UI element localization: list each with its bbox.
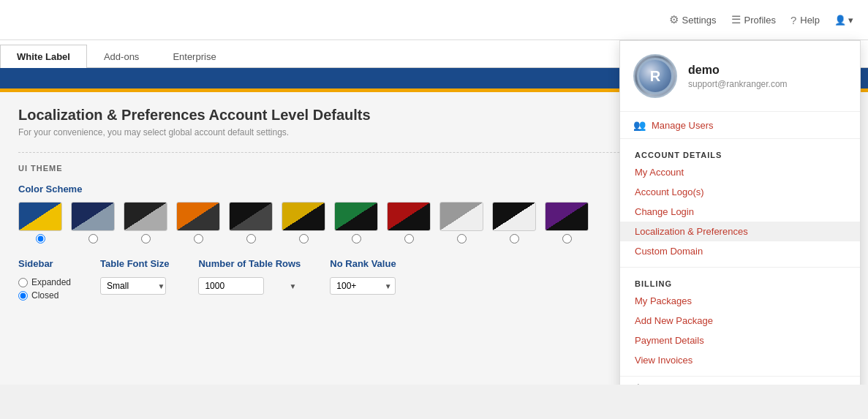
swatch-item-navy-gray	[71, 202, 115, 244]
swatch-item-black-white	[492, 202, 536, 244]
sidebar-control-group: Sidebar Expanded Closed	[18, 258, 71, 301]
user-dropdown-panel: R demo support@rankranger.com 👥 Manage U…	[619, 40, 861, 385]
swatch-item-gray-white	[439, 202, 483, 244]
my-account-link[interactable]: My Account	[620, 162, 860, 182]
avatar-letter: R	[650, 68, 660, 85]
swatch-radio-black-white[interactable]	[510, 234, 519, 244]
table-font-size-select-wrap: Small Medium Large ▼	[100, 277, 169, 295]
swatch-orange-black[interactable]	[176, 202, 220, 231]
my-packages-link[interactable]: My Packages	[620, 291, 860, 311]
swatch-radio-navy-gray[interactable]	[88, 234, 98, 244]
account-details-section: ACCOUNT DETAILS My Account Account Logo(…	[620, 139, 860, 268]
localization-preferences-link[interactable]: Localization & Preferences	[620, 222, 860, 241]
swatch-radio-blue-yellow[interactable]	[36, 234, 45, 244]
swatch-radio-black-gray[interactable]	[141, 234, 151, 244]
swatch-item-black-gray	[124, 202, 167, 244]
tab-enterprise[interactable]: Enterprise	[156, 45, 233, 68]
sign-out-item[interactable]: ⏻ Sign out	[620, 377, 860, 385]
swatch-blue-yellow[interactable]	[18, 202, 62, 231]
billing-section: BILLING My Packages Add New Package Paym…	[620, 268, 860, 377]
swatch-gray-white[interactable]	[439, 202, 483, 231]
add-new-package-link[interactable]: Add New Package	[620, 311, 860, 331]
dropdown-header: R demo support@rankranger.com	[620, 41, 860, 112]
billing-title: BILLING	[620, 273, 860, 291]
swatch-radio-green-black[interactable]	[352, 234, 361, 244]
tab-addons[interactable]: Add-ons	[87, 45, 156, 68]
num-table-rows-control-group: Number of Table Rows 100 500 1000 2000 ▼	[198, 258, 301, 295]
swatch-purple-black[interactable]	[545, 202, 589, 231]
swatch-item-red-black	[387, 202, 431, 244]
sidebar-radio-group: Expanded Closed	[18, 277, 71, 301]
profiles-icon: ☰	[731, 13, 741, 26]
user-email: support@rankranger.com	[688, 79, 788, 89]
swatch-radio-black-black[interactable]	[246, 234, 256, 244]
profiles-label: Profiles	[744, 15, 776, 26]
sidebar-label: Sidebar	[18, 258, 71, 269]
num-table-rows-select-wrap: 100 500 1000 2000 ▼	[198, 277, 301, 295]
swatch-item-green-black	[334, 202, 378, 244]
table-font-size-label: Table Font Size	[100, 258, 169, 269]
num-table-rows-chevron-icon: ▼	[289, 282, 296, 290]
manage-users-label: Manage Users	[652, 120, 714, 131]
swatch-item-yellow-black	[282, 202, 325, 244]
swatch-radio-red-black[interactable]	[404, 234, 414, 244]
swatch-item-purple-black	[545, 202, 589, 244]
avatar-inner: R	[637, 58, 673, 94]
help-label: Help	[800, 15, 820, 26]
sidebar-closed-radio[interactable]	[18, 291, 28, 301]
sign-out-label: Sign out	[649, 384, 684, 385]
custom-domain-link[interactable]: Custom Domain	[620, 241, 860, 261]
manage-users-icon: 👥	[633, 119, 646, 131]
settings-nav-item[interactable]: ⚙ Settings	[669, 13, 717, 26]
help-nav-item[interactable]: ? Help	[790, 14, 820, 26]
avatar: R	[633, 54, 677, 98]
swatch-item-black-black	[229, 202, 273, 244]
user-info: demo support@rankranger.com	[688, 64, 788, 89]
tab-white-label[interactable]: White Label	[0, 45, 87, 68]
sidebar-closed-label: Closed	[31, 290, 59, 301]
swatch-yellow-black[interactable]	[282, 202, 325, 231]
view-invoices-link[interactable]: View Invoices	[620, 350, 860, 370]
user-menu-button[interactable]: 👤 ▾	[834, 15, 853, 26]
no-rank-value-select-wrap: 100+ 200+ None ▼	[330, 277, 396, 295]
swatch-radio-orange-black[interactable]	[194, 234, 203, 244]
profiles-nav-item[interactable]: ☰ Profiles	[731, 13, 776, 26]
swatch-item-orange-black	[176, 202, 220, 244]
table-font-size-select[interactable]: Small Medium Large	[100, 277, 166, 295]
sidebar-expanded-radio[interactable]	[18, 278, 28, 287]
change-login-link[interactable]: Change Login	[620, 202, 860, 222]
swatch-red-black[interactable]	[387, 202, 431, 231]
swatch-black-black[interactable]	[229, 202, 273, 231]
sidebar-expanded-option[interactable]: Expanded	[18, 277, 71, 287]
table-font-size-control-group: Table Font Size Small Medium Large ▼	[100, 258, 169, 295]
user-icon: 👤	[834, 15, 846, 26]
top-nav-actions: ⚙ Settings ☰ Profiles ? Help 👤 ▾	[669, 13, 853, 26]
help-icon: ?	[790, 14, 796, 26]
sidebar-closed-option[interactable]: Closed	[18, 290, 71, 301]
top-nav: ⚙ Settings ☰ Profiles ? Help 👤 ▾ R demo	[0, 0, 868, 40]
username: demo	[688, 64, 788, 77]
payment-details-link[interactable]: Payment Details	[620, 331, 860, 350]
swatch-radio-purple-black[interactable]	[562, 234, 572, 244]
num-table-rows-label: Number of Table Rows	[198, 258, 301, 269]
num-table-rows-select[interactable]: 100 500 1000 2000	[198, 277, 264, 295]
account-logo-link[interactable]: Account Logo(s)	[620, 182, 860, 202]
swatch-radio-yellow-black[interactable]	[299, 234, 309, 244]
manage-users-item[interactable]: 👥 Manage Users	[620, 112, 860, 139]
swatch-black-white[interactable]	[492, 202, 536, 231]
no-rank-value-label: No Rank Value	[330, 258, 396, 269]
swatch-radio-gray-white[interactable]	[457, 234, 467, 244]
swatch-navy-gray[interactable]	[71, 202, 115, 231]
user-chevron-icon: ▾	[848, 15, 853, 26]
gear-icon: ⚙	[669, 13, 679, 26]
settings-label: Settings	[682, 15, 717, 26]
swatch-item-blue-yellow	[18, 202, 62, 244]
swatch-green-black[interactable]	[334, 202, 378, 231]
sidebar-expanded-label: Expanded	[31, 277, 71, 287]
sign-out-icon: ⏻	[633, 384, 643, 385]
no-rank-value-select[interactable]: 100+ 200+ None	[330, 277, 396, 295]
account-details-title: ACCOUNT DETAILS	[620, 145, 860, 162]
no-rank-value-control-group: No Rank Value 100+ 200+ None ▼	[330, 258, 396, 295]
swatch-black-gray[interactable]	[124, 202, 167, 231]
